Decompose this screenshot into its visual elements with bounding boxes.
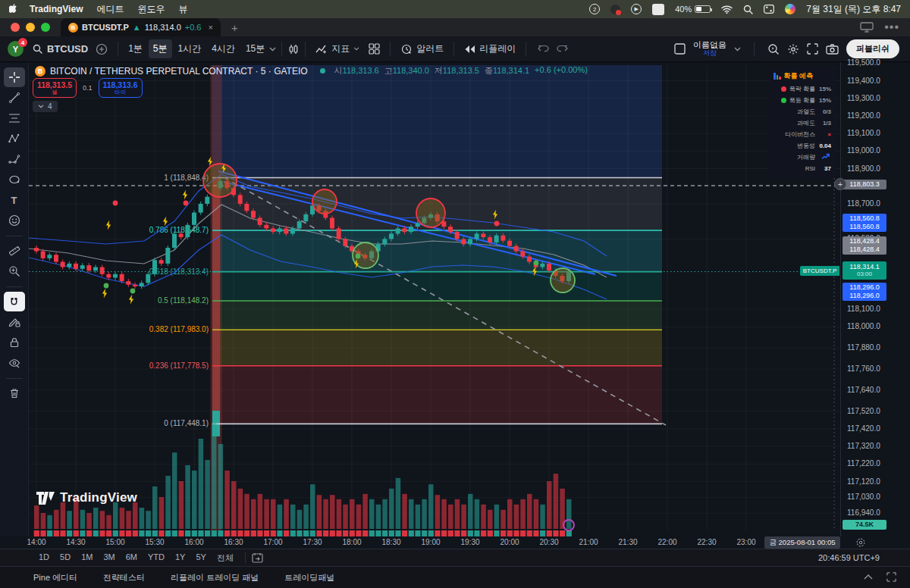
price-level-badge[interactable]: 74.5K — [843, 520, 886, 530]
chart-pane[interactable]: 1 (118,848.4)0.786 (118,548.7)0.618 (118… — [29, 62, 840, 536]
interval-button-15분[interactable]: 15분 — [241, 39, 269, 58]
legend-title[interactable]: BITCOIN / TETHERUS PERPETUAL CONTRACT · … — [50, 66, 308, 77]
ruler-tool-icon[interactable] — [4, 241, 25, 261]
tab-trading-panel[interactable]: 트레이딩패널 — [284, 572, 334, 583]
screenshot-camera-icon[interactable] — [826, 44, 839, 55]
tab-overflow-icon[interactable]: ••• — [884, 20, 899, 34]
range-button-3M[interactable]: 3M — [98, 551, 120, 565]
interval-dropdown-icon[interactable] — [269, 47, 276, 52]
expand-panel-icon[interactable] — [864, 572, 873, 583]
battery-indicator[interactable]: 40% — [675, 5, 711, 14]
range-button-5D[interactable]: 5D — [55, 551, 76, 565]
xabcd-pattern-tool-icon[interactable] — [4, 129, 25, 149]
new-tab-button[interactable]: + — [231, 21, 238, 34]
control-center-icon[interactable] — [764, 5, 774, 14]
quick-search-icon[interactable] — [767, 43, 780, 55]
layout-save[interactable]: 이름없음 저장 — [693, 41, 726, 57]
tab-close-icon[interactable]: × — [208, 23, 212, 32]
interval-button-4시간[interactable]: 4시간 — [207, 39, 240, 58]
interval-button-1시간[interactable]: 1시간 — [174, 39, 206, 58]
menu-item-app[interactable]: TradingView — [30, 4, 83, 14]
signal-circle-drawing[interactable] — [416, 199, 445, 227]
fib-retracement-tool-icon[interactable] — [4, 108, 25, 128]
notification-count-icon[interactable]: 2 — [589, 4, 600, 14]
range-button-전체[interactable]: 전체 — [212, 551, 239, 565]
replay-button[interactable]: 리플레이 — [460, 39, 520, 58]
price-level-badge[interactable]: 118,428.4 — [843, 245, 886, 255]
lock-all-tool-icon[interactable] — [4, 333, 25, 352]
symbol-search[interactable]: BTCUSD — [30, 43, 91, 55]
redo-icon[interactable] — [556, 45, 568, 54]
publish-button[interactable]: 퍼블리쉬 — [846, 39, 899, 58]
emoji-tool-icon[interactable] — [4, 211, 25, 230]
undo-icon[interactable] — [538, 45, 550, 54]
goto-date-icon[interactable] — [252, 552, 263, 563]
price-axis[interactable]: 119,500.0119,400.0119,300.0119,200.0119,… — [840, 62, 910, 536]
layout-dropdown-icon[interactable] — [734, 47, 741, 52]
play-menu-icon[interactable]: ▶ — [631, 4, 642, 14]
time-axis[interactable]: 금 2025-08-01 00:05 14:0014:3015:0015:301… — [0, 536, 910, 549]
add-alert-plus-icon[interactable]: + — [834, 178, 846, 190]
indicators-button[interactable]: 지표 — [311, 39, 364, 58]
drawing-lock-tool-icon[interactable] — [4, 312, 25, 332]
interval-button-1분[interactable]: 1분 — [124, 39, 147, 58]
last-price-badge[interactable]: 118,314.103:00 — [843, 261, 886, 280]
price-level-badge[interactable]: 118,803.3 — [843, 180, 886, 189]
collapsed-indicators-chip[interactable]: 4 — [33, 101, 58, 112]
timezone-gear-icon[interactable] — [855, 537, 866, 549]
multichart-layout-icon[interactable] — [674, 43, 686, 55]
forecast-tool-icon[interactable] — [4, 149, 25, 169]
interval-button-5분[interactable]: 5분 — [149, 39, 172, 58]
sell-button[interactable]: 118,313.5 셀 — [33, 78, 77, 98]
browser-tab[interactable]: B BTCUSDT.P ▲ 118,314.0 +0.6 × — [61, 18, 221, 36]
range-button-6M[interactable]: 6M — [121, 551, 143, 565]
signal-circle-drawing[interactable] — [312, 189, 337, 214]
chart-style-icon[interactable] — [287, 43, 300, 55]
menu-item-edit[interactable]: 에디트 — [96, 3, 124, 16]
spotlight-search-icon[interactable] — [743, 5, 753, 14]
hide-drawings-tool-icon[interactable] — [4, 353, 25, 373]
apple-logo-icon[interactable] — [9, 4, 19, 14]
settings-gear-icon[interactable] — [787, 43, 799, 55]
maximize-panel-icon[interactable] — [886, 572, 896, 583]
chart-canvas[interactable]: 1 (118,848.4)0.786 (118,548.7)0.618 (118… — [29, 62, 840, 536]
delete-drawings-tool-icon[interactable] — [4, 383, 25, 403]
tab-replay-trading-panel[interactable]: 리플레이 트레이딩 패널 — [171, 572, 259, 583]
range-button-1M[interactable]: 1M — [76, 551, 98, 565]
prediction-panel[interactable]: 확률 예측 폭락 확률15% 폭등 확률15% 과열도0/3 과매도1/3 다이… — [769, 68, 836, 178]
fullscreen-icon[interactable] — [807, 43, 818, 55]
menubar-clock[interactable]: 7월 31일 (목) 오후 8:47 — [806, 3, 901, 16]
menu-item-window[interactable]: 윈도우 — [137, 3, 165, 16]
magnet-tool-icon[interactable] — [4, 292, 25, 311]
add-symbol-icon[interactable] — [96, 43, 108, 55]
user-avatar[interactable]: Y4 — [8, 41, 24, 57]
buy-button[interactable]: 118,313.6 바이 — [99, 78, 143, 98]
minimize-window-button[interactable] — [26, 23, 35, 32]
range-button-YTD[interactable]: YTD — [143, 551, 170, 565]
zoom-in-tool-icon[interactable] — [4, 261, 25, 281]
zoom-window-button[interactable] — [41, 23, 50, 32]
price-level-badge[interactable]: 118,296.0 — [843, 291, 886, 301]
trendline-tool-icon[interactable] — [4, 88, 25, 108]
recording-status-icon[interactable] — [610, 5, 620, 14]
crosshair-tool-icon[interactable] — [4, 67, 25, 87]
alert-button[interactable]: 알러트 — [396, 39, 448, 58]
price-level-badge[interactable]: 118,560.8 — [843, 222, 886, 232]
input-language-icon[interactable]: 한 — [652, 4, 664, 15]
text-tool-icon[interactable]: T — [4, 190, 25, 210]
layout-grid-icon[interactable] — [369, 43, 380, 55]
menu-item-view[interactable]: 뷰 — [178, 3, 187, 16]
range-button-1Y[interactable]: 1Y — [170, 551, 190, 565]
tab-strategy-tester[interactable]: 전략테스터 — [103, 572, 145, 583]
screen-share-icon[interactable] — [860, 22, 874, 33]
signal-circle-drawing[interactable] — [203, 164, 237, 197]
session-clock[interactable]: 20:46:59 UTC+9 — [818, 553, 902, 562]
browser-profile-icon[interactable] — [785, 4, 795, 14]
range-button-5Y[interactable]: 5Y — [190, 551, 211, 565]
wifi-icon[interactable] — [721, 5, 733, 14]
ellipse-tool-icon[interactable] — [4, 170, 25, 189]
signal-circle-drawing[interactable] — [551, 268, 575, 292]
tab-pine-editor[interactable]: Pine 에디터 — [33, 572, 77, 583]
range-button-1D[interactable]: 1D — [33, 551, 55, 565]
close-window-button[interactable] — [11, 23, 20, 32]
